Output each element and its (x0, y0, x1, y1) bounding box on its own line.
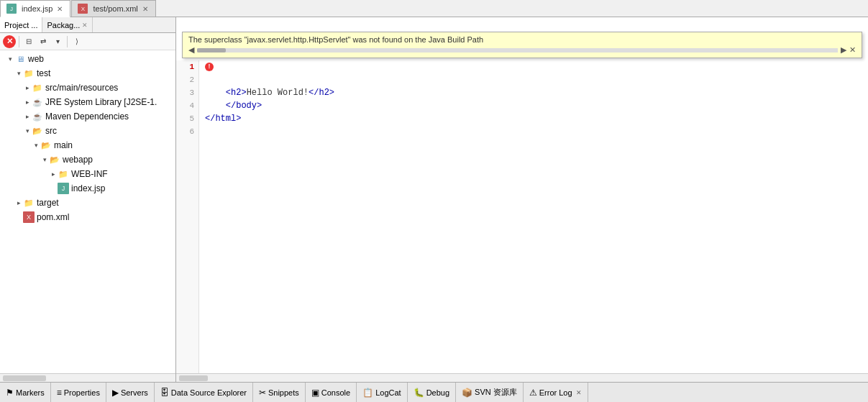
tree-arrow-web[interactable] (6, 55, 14, 63)
bottom-tab-data-source-label: Data Source Explorer (171, 388, 247, 397)
editor-hscroll-thumb (179, 375, 208, 381)
jsp-icon: J (6, 4, 17, 14)
bottom-tab-error-log[interactable]: ⚠ Error Log ✕ (524, 383, 588, 402)
tree-item-index-jsp[interactable]: J index.jsp (0, 181, 175, 196)
tree-arrow-webapp[interactable] (40, 155, 49, 164)
tree-label-src: src (45, 126, 57, 136)
line-numbers: 1 2 3 4 5 6 (176, 60, 199, 373)
folder-icon-src-main-res: 📁 (32, 82, 43, 93)
servers-icon: ▶ (112, 388, 119, 398)
tree-arrow-target[interactable] (14, 198, 23, 207)
bottom-tab-console[interactable]: ▣ Console (306, 383, 357, 402)
code-content[interactable]: ! <h2>Hello World!</h2> </body> </html> (199, 60, 868, 373)
tree-arrow-maven[interactable] (23, 112, 32, 121)
left-tab-packages-label: Packag... (47, 21, 80, 29)
tree-item-pom-xml[interactable]: X pom.xml (0, 210, 175, 224)
tree-item-src[interactable]: 📂 src (0, 124, 175, 138)
tab-close-test-pom-xml[interactable]: ✕ (141, 4, 150, 14)
bottom-tab-logcat-label: LogCat (375, 388, 401, 397)
tree-item-test[interactable]: 📁 test (0, 66, 175, 81)
project-icon-test: 📁 (23, 68, 35, 79)
tree-arrow-src-main-res[interactable] (23, 83, 32, 92)
tree-label-main: main (54, 140, 73, 150)
tree-item-maven-deps[interactable]: ☕ Maven Dependencies (0, 109, 175, 124)
left-panel: Project ... Packag... ✕ ✕ ⊟ ⇄ ▾ ⟩ 🖥 (0, 17, 176, 382)
tooltip-scrollbar[interactable] (197, 48, 838, 52)
properties-icon: ≡ (57, 388, 62, 398)
tree-label-src-main-res: src/main/resources (45, 83, 118, 93)
bottom-tab-data-source-explorer[interactable]: 🗄 Data Source Explorer (155, 383, 253, 402)
error-indicator[interactable]: ✕ (3, 35, 16, 48)
tree-item-main[interactable]: 📂 main (0, 138, 175, 152)
error-tooltip-text: The superclass "javax.servlet.http.HttpS… (188, 35, 483, 44)
menu-button[interactable]: ▾ (51, 35, 64, 48)
tree-item-jre[interactable]: ☕ JRE System Library [J2SE-1. (0, 95, 175, 109)
left-tab-project-label: Project ... (4, 21, 37, 29)
left-panel-tabs: Project ... Packag... ✕ (0, 17, 175, 33)
project-tree[interactable]: 🖥 web 📁 test 📁 src/main/resources ☕ JRE … (0, 50, 175, 373)
tag-h2-open: <h2> (226, 88, 247, 98)
tree-label-jre: JRE System Library [J2SE-1. (45, 97, 157, 107)
hscroll-thumb[interactable] (3, 375, 46, 381)
tree-arrow-webinf[interactable] (49, 170, 58, 178)
tree-label-webinf: WEB-INF (71, 169, 108, 179)
line-num-3: 3 (189, 86, 196, 99)
tree-item-webinf[interactable]: 📁 WEB-INF (0, 167, 175, 181)
line-num-5: 5 (189, 112, 196, 125)
tree-item-webapp[interactable]: 📂 webapp (0, 152, 175, 167)
tab-index-jsp[interactable]: J index.jsp ✕ (0, 0, 70, 17)
tree-arrow-test[interactable] (14, 69, 23, 78)
scroll-right-btn[interactable]: ▶ (841, 45, 846, 55)
bottom-tab-servers[interactable]: ▶ Servers (106, 383, 155, 402)
bottom-tab-debug[interactable]: 🐛 Debug (408, 383, 456, 402)
bottom-tab-properties[interactable]: ≡ Properties (51, 383, 106, 402)
bottom-tab-snippets[interactable]: ✂ Snippets (253, 383, 306, 402)
tree-item-target[interactable]: 📁 target (0, 196, 175, 210)
tab-close-index-jsp[interactable]: ✕ (55, 4, 64, 14)
folder-icon-webinf: 📁 (58, 168, 69, 180)
collapse-all-button[interactable]: ⊟ (22, 35, 35, 48)
svn-icon: 📦 (462, 388, 472, 398)
editor-area: The superclass "javax.servlet.http.HttpS… (176, 17, 868, 382)
tooltip-scrollbar-thumb (197, 48, 226, 52)
markers-icon: ⚑ (6, 388, 14, 398)
link-editor-button[interactable]: ⇄ (37, 35, 50, 48)
tree-arrow-main[interactable] (32, 141, 40, 150)
tab-label-test-pom-xml: test/pom.xml (93, 4, 137, 13)
scroll-left-btn[interactable]: ◀ (188, 45, 194, 55)
jar-icon-jre: ☕ (32, 96, 43, 108)
left-tab-packages[interactable]: Packag... ✕ (42, 17, 93, 32)
error-log-close[interactable]: ✕ (576, 389, 582, 396)
close-tooltip-btn[interactable]: ✕ (849, 45, 856, 55)
left-panel-hscroll[interactable] (0, 373, 175, 382)
tag-html-close: </html> (205, 114, 241, 124)
tree-label-target: target (37, 198, 59, 208)
left-tab-project[interactable]: Project ... (0, 17, 42, 32)
tree-label-test: test (37, 68, 50, 78)
left-panel-toolbar: ✕ ⊟ ⇄ ▾ ⟩ (0, 33, 175, 50)
code-line-5: </html> (205, 112, 862, 125)
toolbar-separator-1 (19, 36, 19, 47)
code-line-2 (205, 73, 862, 86)
toolbar-separator-2 (67, 36, 68, 47)
tab-test-pom-xml[interactable]: X test/pom.xml ✕ (71, 0, 155, 17)
left-tab-packages-close[interactable]: ✕ (82, 22, 88, 29)
bottom-tab-markers[interactable]: ⚑ Markers (0, 383, 51, 402)
tree-label-index-jsp: index.jsp (71, 183, 105, 193)
code-editor[interactable]: 1 2 3 4 5 6 ! <h2>Hello World!</h2> </bo… (176, 17, 868, 373)
bottom-tab-properties-label: Properties (64, 388, 100, 397)
tree-arrow-jre[interactable] (23, 98, 32, 106)
tree-label-webapp: webapp (63, 155, 93, 165)
bottom-tab-svn[interactable]: 📦 SVN 资源库 (456, 383, 524, 402)
tree-item-src-main-resources[interactable]: 📁 src/main/resources (0, 81, 175, 95)
main-area: Project ... Packag... ✕ ✕ ⊟ ⇄ ▾ ⟩ 🖥 (0, 17, 868, 382)
tree-item-web[interactable]: 🖥 web (0, 52, 175, 66)
bottom-tab-console-label: Console (321, 388, 350, 397)
tree-arrow-src[interactable] (23, 127, 32, 135)
editor-hscroll[interactable] (176, 373, 868, 382)
bottom-tab-logcat[interactable]: 📋 LogCat (357, 383, 407, 402)
folder-icon-src: 📂 (32, 125, 43, 137)
bottom-tab-markers-label: Markers (16, 388, 45, 397)
forward-button[interactable]: ⟩ (70, 35, 83, 48)
line-num-4: 4 (189, 99, 196, 112)
